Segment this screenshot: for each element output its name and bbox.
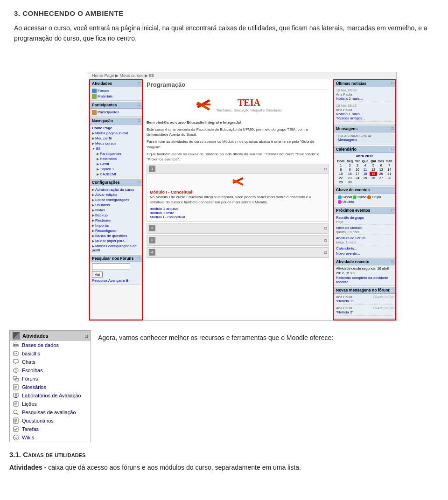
block-atividade-recente-body: Atividade desde segunda, 16 abril 2012, … bbox=[334, 265, 395, 286]
activities-header: Atividades □ bbox=[10, 331, 91, 341]
nav-relatorios[interactable]: ▶Relatórios bbox=[92, 156, 140, 161]
svg-rect-6 bbox=[14, 352, 18, 355]
activity-pesquisas[interactable]: Pesquisas de avaliação bbox=[10, 408, 91, 417]
config-editar[interactable]: ▶Editar configurações bbox=[92, 197, 140, 202]
activity-escolhas[interactable]: ? Escolhas bbox=[10, 366, 91, 375]
module-1-link-teste[interactable]: modulo 1 teste bbox=[150, 211, 174, 215]
activity-tarefas[interactable]: Tarefas bbox=[10, 425, 91, 433]
config-notas[interactable]: ▶Notas bbox=[92, 208, 140, 213]
forum-search-go-button[interactable]: Vai bbox=[92, 271, 103, 278]
activity-chats[interactable]: Chats bbox=[10, 358, 91, 366]
page-content: 3. Conhecendo o ambiente Ao acessar o cu… bbox=[0, 0, 448, 62]
module-1-number: 1 bbox=[149, 166, 155, 172]
config-banco[interactable]: ▶Banco de questões bbox=[92, 233, 140, 238]
nav-meu-perfil[interactable]: ▶Meu perfil bbox=[92, 136, 140, 141]
activity-basicltis[interactable]: basicltis bbox=[10, 349, 91, 358]
activity-questionarios[interactable]: Questionários bbox=[10, 417, 91, 425]
glossarios-icon bbox=[13, 384, 19, 390]
module1-logo-svg bbox=[231, 176, 245, 188]
forum-msg-2-link[interactable]: "Notícia 2" bbox=[336, 310, 353, 314]
module-1-row: 1 □ Módulo I - Conceitual! bbox=[147, 164, 329, 222]
basicltis-icon bbox=[13, 350, 19, 357]
config-reconfigurar[interactable]: ▶Reconfigurar bbox=[92, 228, 140, 233]
activity-wikis[interactable]: W Wikis bbox=[10, 433, 91, 442]
activity-licoes[interactable]: Lições bbox=[10, 400, 91, 408]
escolhas-icon: ? bbox=[13, 367, 19, 374]
forum-msg-1: Ana Paula 16 Abr, 09:33 "Notícia 1" bbox=[336, 295, 393, 305]
activity-foruns[interactable]: Fóruns bbox=[10, 375, 91, 383]
calendar-month: abril 2012 bbox=[336, 154, 393, 158]
nav-ell[interactable]: ▼Ell bbox=[92, 146, 140, 151]
nav-cajbemi[interactable]: ▶CAJBEMI bbox=[92, 172, 140, 177]
calendario-link[interactable]: Calendário... bbox=[336, 246, 393, 251]
cal-week-5: 2930 bbox=[336, 180, 393, 184]
center-content: Programação TEIA bbox=[143, 79, 333, 321]
sub-section-title: Caixas de utilidades bbox=[23, 451, 85, 458]
news-link-2[interactable]: Notícia 1 mais... bbox=[336, 112, 363, 116]
block-pesquisar-title: Pesquisar nos Fóruns □ bbox=[90, 255, 142, 262]
wikis-icon: W bbox=[13, 434, 19, 441]
nav-meus-cursos[interactable]: ▶Meus cursos bbox=[92, 141, 140, 146]
novo-evento-link[interactable]: Novo evento... bbox=[336, 251, 393, 256]
block-navegacao-body: Home Page ▶Minha página inicial ▶Meu per… bbox=[90, 125, 142, 178]
center-title: Programação bbox=[147, 81, 329, 90]
config-mudar[interactable]: ▶Mudar papel para... bbox=[92, 238, 140, 243]
forum-search-input[interactable] bbox=[92, 263, 130, 270]
foruns-icon bbox=[13, 375, 19, 382]
cal-week-3: 1516 17 18 19 2021 bbox=[336, 172, 393, 176]
cal-week-4: 2223 2425 2627 28 bbox=[336, 176, 393, 180]
config-backup[interactable]: ▶Backup bbox=[92, 213, 140, 218]
relatorio-link[interactable]: Relatório completo da atividade recente bbox=[336, 275, 393, 285]
link-materiais[interactable]: Materiais bbox=[92, 94, 140, 99]
block-mensagens-title: Mensagens □ bbox=[334, 125, 395, 132]
key-grupo: Grupo bbox=[367, 195, 381, 199]
upcoming-event-2: Início do Módulo quarta, 18 abril bbox=[336, 225, 393, 235]
activity-laboratorios[interactable]: Laboratórios de Avaliação bbox=[10, 391, 91, 400]
key-global: Global bbox=[338, 195, 352, 199]
config-importar[interactable]: ▶Importar bbox=[92, 223, 140, 228]
news-link-1[interactable]: Notícia 2 mais... bbox=[336, 97, 363, 101]
mensagens-link[interactable]: Mensagens bbox=[338, 138, 357, 142]
nav-geral[interactable]: ▶Geral bbox=[92, 161, 140, 167]
block-configuracoes-body: ▶Administração do curso ▶Ativar edição ▶… bbox=[90, 186, 142, 254]
block-novas-mensagens-title: Novas mensagens no fórum: bbox=[334, 287, 395, 294]
moodle-layout: Atividades □ Fóruns Materiais bbox=[89, 79, 396, 321]
teia-logo-area: TEIA Territórios, Educação Integral e Ci… bbox=[147, 93, 329, 117]
block-atividades-body: Fóruns Materiais bbox=[90, 87, 142, 101]
config-admin[interactable]: ▶Administração do curso bbox=[92, 187, 140, 192]
config-ativar[interactable]: ▶Ativar edição bbox=[92, 192, 140, 197]
module-1-content: Módulo I - Conceitual! No Módulo I do cu… bbox=[147, 174, 329, 221]
advanced-search-link[interactable]: Pesquisa Avançada ⊕ bbox=[92, 278, 140, 283]
questionarios-icon bbox=[13, 417, 19, 424]
forum-msg-1-link[interactable]: "Notícia 1" bbox=[336, 299, 353, 303]
block-pesquisar-body: Vai Pesquisa Avançada ⊕ bbox=[90, 262, 142, 285]
svg-point-7 bbox=[14, 353, 15, 354]
config-minhas-config[interactable]: ▶Minhas configurações de perfil bbox=[92, 243, 140, 253]
link-participantes[interactable]: Participantes bbox=[92, 110, 140, 115]
lower-activities-section: Atividades □ Bases de dados bbox=[9, 330, 91, 442]
news-link-old[interactable]: Tópicos antigos... bbox=[336, 116, 365, 120]
svg-rect-27 bbox=[14, 418, 18, 424]
svg-point-8 bbox=[16, 353, 17, 354]
activity-bases-dados[interactable]: Bases de dados bbox=[10, 341, 91, 349]
module-3-header: 3 □ bbox=[147, 236, 329, 245]
news-item-1: 16 Abr, 09:33 Ana Paula Notícia 2 mais..… bbox=[336, 88, 393, 102]
nav-minha-pagina[interactable]: ▶Minha página inicial bbox=[92, 131, 140, 136]
module-1-link-conceitual[interactable]: Módulo I - Conceitual bbox=[150, 215, 185, 219]
config-restaurar[interactable]: ▶Restaurar bbox=[92, 218, 140, 223]
nav-topico1[interactable]: ▶Tópico 1 bbox=[92, 167, 140, 172]
block-proximos-body: Reunião de grupo Hoje Início do Módulo q… bbox=[334, 214, 395, 257]
module-1-link-arquivo[interactable]: módulo 1 arquivo bbox=[150, 207, 178, 211]
svg-point-5 bbox=[14, 343, 18, 345]
config-usuarios[interactable]: ▶Usuários bbox=[92, 202, 140, 208]
nav-homepage[interactable]: Home Page bbox=[92, 125, 140, 131]
block-configuracoes-title: Configurações □ bbox=[90, 179, 142, 186]
block-mensagens-body: LUCAS RAMOS PARA Mensagens bbox=[334, 132, 395, 145]
activity-glossarios[interactable]: Glossários bbox=[10, 383, 91, 391]
message-item: LUCAS RAMOS PARA Mensagens bbox=[336, 133, 393, 143]
sub-section-number: 3.1. bbox=[9, 451, 21, 458]
module-2-header: 2 □ bbox=[147, 223, 329, 233]
block-participantes-body: Participantes bbox=[90, 109, 142, 117]
link-foruns[interactable]: Fóruns bbox=[92, 88, 140, 94]
nav-participantes-sub[interactable]: ▶Participantes bbox=[92, 151, 140, 156]
